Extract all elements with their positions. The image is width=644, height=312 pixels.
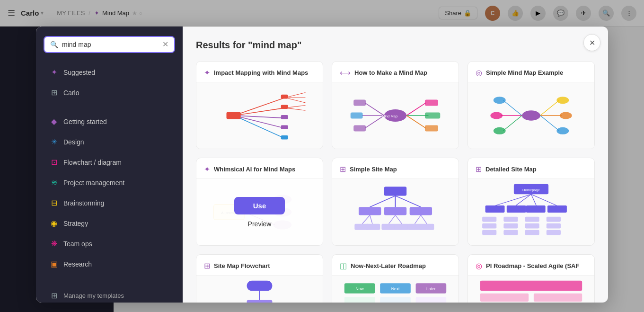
svg-point-38 [490,112,503,119]
svg-rect-12 [281,105,288,109]
modal-content-panel: Results for "mind map" ✦ Impact Mapping … [183,27,608,303]
nav-item-research[interactable]: ▣ Research [44,255,175,273]
template-card-simple-mind-map[interactable]: ◎ Simple Mind Map Example [468,61,595,149]
svg-rect-69 [420,224,434,230]
svg-rect-10 [227,112,241,119]
svg-rect-112 [344,297,375,303]
whimsical-ai-icon: ✦ [204,165,210,174]
use-template-button[interactable]: Use [234,197,285,214]
brainstorming-icon: ⊟ [49,198,59,207]
svg-rect-28 [425,125,438,131]
now-next-later-title: Now-Next-Later Roadmap [351,262,426,269]
svg-rect-27 [425,113,440,119]
svg-rect-77 [485,205,505,213]
svg-rect-89 [525,230,539,235]
simple-site-map-icon: ⊞ [340,165,346,174]
simple-site-map-thumbnail [332,179,459,245]
template-card-detailed-site-map[interactable]: ⊞ Detailed Site Map Homepage [468,158,595,246]
svg-line-76 [531,194,557,205]
search-input[interactable] [62,41,159,48]
detailed-site-map-title: Detailed Site Map [485,166,537,173]
svg-rect-11 [281,95,288,99]
svg-line-0 [234,98,285,116]
how-to-mind-map-thumbnail: Mind Map [332,82,459,149]
svg-point-41 [560,112,572,119]
simple-mind-map-title: Simple Mind Map Example [486,69,563,76]
close-modal-button[interactable]: ✕ [583,34,600,51]
svg-rect-120 [480,281,582,291]
pi-roadmap-icon: ◎ [476,261,482,270]
svg-rect-90 [547,217,561,222]
svg-line-33 [503,116,522,131]
svg-rect-66 [381,224,396,230]
svg-rect-13 [281,115,288,119]
template-card-site-map-flowchart[interactable]: ⊞ Site Map Flowchart [196,254,323,303]
svg-rect-15 [281,135,288,140]
how-to-mind-map-icon: ⟷ [340,68,351,77]
svg-rect-26 [425,100,438,106]
template-card-pi-roadmap[interactable]: ◎ PI Roadmap - Scaled Agile (SAF [468,254,595,303]
svg-rect-82 [482,223,496,229]
search-box[interactable]: 🔍 ✕ [44,36,175,53]
svg-point-42 [556,127,569,134]
svg-point-37 [494,97,506,104]
svg-text:Mind Map: Mind Map [382,114,397,118]
impact-mapping-icon: ✦ [204,68,210,77]
template-card-simple-site-map[interactable]: ⊞ Simple Site Map [332,158,459,246]
template-card-impact-mapping[interactable]: ✦ Impact Mapping with Mind Maps [196,61,323,149]
svg-line-9 [285,108,305,110]
svg-line-52 [370,196,396,207]
impact-mapping-thumbnail [196,82,323,149]
svg-rect-92 [547,230,561,235]
strategy-icon: ◉ [49,219,59,228]
svg-rect-80 [547,205,567,213]
manage-templates-icon: ⊞ [49,291,59,300]
nav-item-manage-templates[interactable]: ⊞ Manage my templates [44,287,175,303]
nav-item-carlo[interactable]: ⊞ Carlo [44,84,175,101]
svg-rect-65 [366,224,380,230]
svg-rect-79 [526,205,546,213]
nav-item-brainstorming[interactable]: ⊟ Brainstorming [44,194,175,212]
template-card-whimsical-ai[interactable]: ✦ Whimsical AI for Mind Maps Use Preview… [196,158,323,246]
svg-line-58 [362,215,370,223]
svg-rect-115 [380,297,411,303]
svg-line-54 [396,196,421,207]
nav-item-suggested[interactable]: ✦ Suggested [44,63,175,81]
nav-item-flowchart[interactable]: ⊡ Flowchart / diagram [44,153,175,171]
svg-point-30 [522,110,540,121]
svg-line-59 [370,215,372,223]
search-clear-button[interactable]: ✕ [162,41,168,48]
svg-rect-85 [503,223,518,229]
svg-line-36 [540,116,559,131]
svg-rect-95 [247,300,273,303]
svg-line-5 [285,93,305,98]
svg-line-62 [415,215,421,223]
nav-item-team-ops[interactable]: ❋ Team ops [44,235,175,252]
modal-title: Results for "mind map" [196,40,595,51]
nav-item-project-management[interactable]: ≋ Project management [44,174,175,191]
svg-rect-23 [353,100,366,106]
detailed-site-map-icon: ⊞ [476,165,482,174]
svg-rect-78 [507,205,526,213]
svg-line-17 [365,103,384,116]
preview-template-button[interactable]: Preview [248,220,272,228]
nav-item-getting-started[interactable]: ◆ Getting started [44,113,175,130]
suggested-icon: ✦ [49,68,59,77]
nav-item-design[interactable]: ✳ Design [44,133,175,151]
svg-line-22 [406,116,426,128]
template-card-now-next-later[interactable]: ◫ Now-Next-Later Roadmap Now Next Later [332,254,459,303]
svg-rect-87 [525,217,539,222]
svg-line-34 [540,100,559,116]
svg-rect-88 [525,223,539,229]
svg-rect-24 [351,113,363,119]
svg-line-74 [516,194,531,205]
site-map-flowchart-icon: ⊞ [204,261,210,270]
svg-rect-86 [503,230,518,235]
site-map-flowchart-thumbnail [196,276,323,303]
nav-item-strategy[interactable]: ◉ Strategy [44,214,175,232]
svg-rect-91 [547,223,561,229]
svg-line-63 [421,215,427,223]
svg-rect-55 [359,207,381,215]
template-card-how-to-mind-map[interactable]: ⟷ How to Make a Mind Map [332,61,459,149]
svg-line-4 [234,116,285,138]
